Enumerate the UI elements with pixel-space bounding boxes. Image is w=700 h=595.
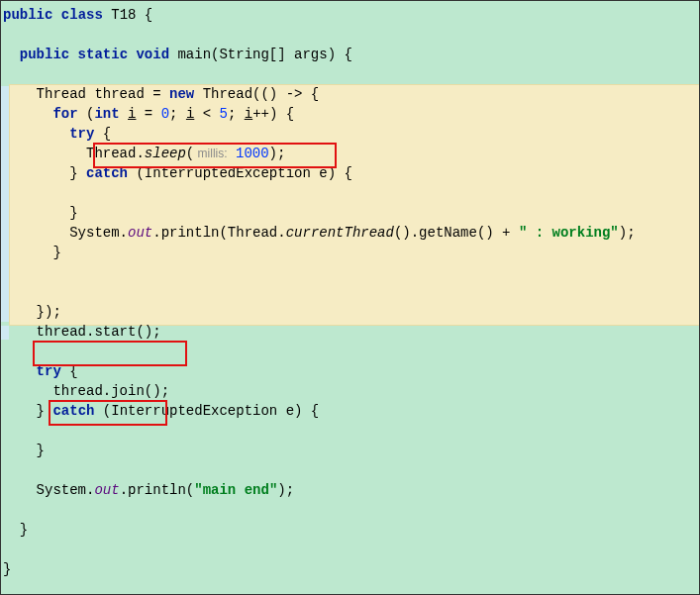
kw-for: for [3, 106, 78, 122]
kw-void: void [128, 47, 169, 62]
text: = [136, 106, 160, 122]
field-out: out [94, 482, 119, 498]
kw-int: int [94, 106, 119, 122]
string-working: " : working" [519, 225, 619, 241]
text: (InterruptedException e) { [128, 165, 352, 181]
text: ().getName() + [394, 225, 519, 241]
code-line: Thread.sleep( millis: 1000); [1, 144, 699, 163]
code-line: thread.start(); [1, 322, 699, 342]
code-editor: public class T18 { public static void ma… [1, 1, 699, 594]
code-line: public class T18 { [1, 5, 699, 25]
code-line: try { [1, 124, 699, 144]
blank-line [1, 500, 699, 520]
blank-line [1, 64, 699, 84]
text: ( [186, 146, 194, 161]
text: } [3, 205, 78, 221]
blank-line [1, 421, 699, 441]
blank-line [1, 540, 699, 559]
text [120, 106, 128, 122]
var-i: i [245, 106, 252, 122]
code-line: } [1, 243, 699, 262]
blank-line [1, 183, 699, 203]
text: { [61, 363, 78, 379]
code-line: System.out.println("main end"); [1, 480, 699, 500]
blank-line [1, 342, 699, 361]
num-5: 5 [220, 106, 228, 122]
code-line: } [1, 203, 699, 223]
kw-class: class [52, 7, 102, 23]
text: ; [228, 106, 245, 122]
text: ++) { [252, 106, 294, 122]
code-line: for (int i = 0; i < 5; i++) { [1, 104, 699, 124]
text: ); [619, 225, 636, 241]
code-line: public static void main(String[] args) { [1, 45, 699, 64]
thread-join-call: thread.join(); [3, 383, 169, 399]
num-0: 0 [161, 106, 169, 122]
code-line: } [1, 559, 699, 579]
text: .println( [120, 482, 195, 498]
code-line: Thread thread = new Thread(() -> { [1, 84, 699, 104]
text: { [94, 126, 111, 142]
text: Thread. [3, 146, 145, 161]
text: }); [3, 304, 61, 320]
blank-line [1, 460, 699, 480]
blank-line [1, 282, 699, 302]
text: .println(Thread. [152, 225, 285, 241]
kw-new: new [169, 86, 194, 102]
kw-try: try [3, 126, 94, 142]
text: Thread thread = [3, 86, 169, 102]
text: (InterruptedException e) { [94, 403, 319, 419]
static-call-currentThread: currentThread [286, 225, 394, 241]
text: < [194, 106, 219, 122]
text: ( [78, 106, 95, 122]
code-line: } [1, 441, 699, 460]
text: ; [169, 106, 186, 122]
class-decl: T18 { [103, 7, 152, 23]
text: ); [269, 146, 286, 161]
text: ); [277, 482, 294, 498]
kw-try: try [3, 363, 61, 379]
code-line: } catch (InterruptedException e) { [1, 401, 699, 421]
blank-line [1, 25, 699, 45]
text [228, 146, 236, 161]
code-line: } catch (InterruptedException e) { [1, 163, 699, 183]
text: } [3, 403, 52, 419]
code-line: try { [1, 361, 699, 381]
kw-catch: catch [86, 165, 128, 181]
blank-line [1, 262, 699, 282]
text: Thread(() -> { [194, 86, 319, 102]
text: } [3, 443, 45, 458]
text: } [3, 245, 61, 260]
kw-catch: catch [52, 403, 94, 419]
kw-public: public [3, 7, 52, 23]
code-line: } [1, 520, 699, 540]
text: } [3, 165, 86, 181]
field-out: out [128, 225, 152, 241]
text: System. [3, 225, 128, 241]
code-line: thread.join(); [1, 381, 699, 401]
text: System. [3, 482, 94, 498]
kw-public: public [3, 47, 69, 62]
string-main-end: "main end" [194, 482, 277, 498]
param-hint-millis: millis: [194, 147, 227, 160]
code-line: }); [1, 302, 699, 322]
method-sig: main(String[] args) { [169, 47, 352, 62]
kw-static: static [69, 47, 128, 62]
thread-start-call: thread.start(); [3, 324, 161, 340]
num-1000: 1000 [236, 146, 269, 161]
text: } [3, 561, 11, 577]
code-line: System.out.println(Thread.currentThread(… [1, 223, 699, 243]
text: } [3, 522, 28, 538]
static-call-sleep: sleep [145, 146, 186, 161]
